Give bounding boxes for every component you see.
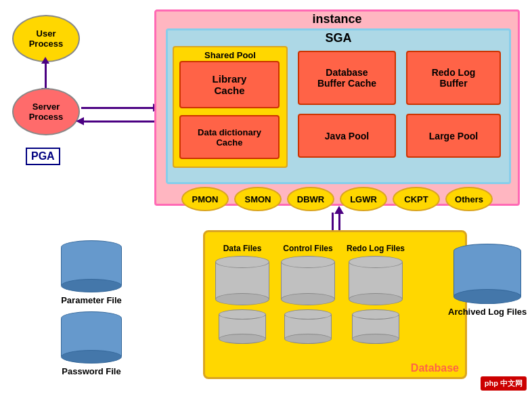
user-process: User Process <box>12 15 80 62</box>
redo-log-files-cylinder: Redo Log Files <box>347 244 405 344</box>
watermark: php 中文网 <box>481 376 527 391</box>
archived-log-label: Archived Log Files <box>448 307 527 317</box>
cyl-bottom <box>215 293 269 305</box>
redo-log-buffer-box: Redo Log Buffer <box>406 51 501 105</box>
library-cache-box: Library Cache <box>179 61 280 108</box>
server-sga-arrow-right <box>81 107 156 109</box>
db-buffer-cache-box: Database Buffer Cache <box>298 51 396 105</box>
cyl-bottom-sm <box>219 334 266 344</box>
control-files-cylinder: Control Files <box>281 244 335 344</box>
process-lgwr: LGWR <box>340 187 387 211</box>
parameter-file-container: Parameter File <box>61 240 122 305</box>
control-cyl-top-sm <box>284 309 332 320</box>
redo-log-files-label: Redo Log Files <box>347 244 405 253</box>
process-pmon: PMON <box>181 187 229 211</box>
cyl-top <box>215 256 269 268</box>
param-cyl-bottom <box>61 279 122 292</box>
server-process: Server Process <box>12 88 80 135</box>
password-file-label: Password File <box>62 366 120 376</box>
control-files-label: Control Files <box>283 244 332 253</box>
user-server-arrow <box>45 62 47 89</box>
user-process-label: User Process <box>29 28 64 49</box>
sga-label: SGA <box>166 30 511 45</box>
password-file-container: Password File <box>61 311 122 376</box>
java-pool-box: Java Pool <box>298 114 396 158</box>
large-pool-label: Large Pool <box>429 131 478 141</box>
library-cache-label: Library Cache <box>213 73 247 96</box>
redo-cyl-bottom <box>349 293 403 305</box>
control-cyl-bottom <box>281 293 335 305</box>
shared-pool-label: Shared Pool <box>173 47 288 60</box>
large-pool-box: Large Pool <box>406 114 501 158</box>
java-pool-label: Java Pool <box>325 131 369 141</box>
redo-cyl-top <box>349 256 403 268</box>
process-others: Others <box>445 187 493 211</box>
server-process-label: Server Process <box>29 102 64 122</box>
archived-log-container: Archived Log Files <box>448 244 527 317</box>
server-sga-arrow-left <box>81 120 156 123</box>
data-dict-cache-label: Data dictionary Cache <box>198 127 261 148</box>
db-buffer-cache-label: Database Buffer Cache <box>317 67 376 89</box>
cyl-top-sm <box>219 309 266 320</box>
control-cyl-bottom-sm <box>284 334 332 344</box>
pass-cyl-bottom <box>61 350 122 364</box>
parameter-file-label: Parameter File <box>61 295 122 305</box>
arch-cyl-bottom <box>453 289 521 304</box>
data-files-cylinder: Data Files <box>215 244 269 344</box>
redo-cyl-bottom-sm <box>352 334 399 344</box>
process-dbwr: DBWR <box>287 187 334 211</box>
data-files-label: Data Files <box>223 244 262 253</box>
control-cyl-top <box>281 256 335 268</box>
process-ckpt: CKPT <box>393 187 440 211</box>
diagram: User Process Server Process PGA instance… <box>0 0 532 396</box>
pga-label: PGA <box>26 148 60 165</box>
instance-label: instance <box>154 9 520 26</box>
redo-cyl-top-sm <box>352 309 399 320</box>
redo-log-buffer-label: Redo Log Buffer <box>432 67 476 89</box>
process-smon: SMON <box>234 187 282 211</box>
data-dict-cache-box: Data dictionary Cache <box>179 115 280 159</box>
